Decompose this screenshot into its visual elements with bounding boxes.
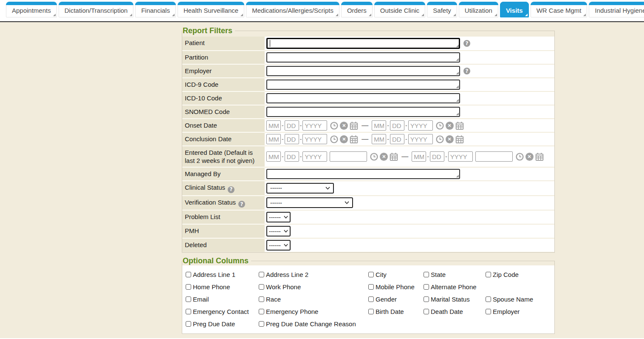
onset-end-day-input[interactable]	[390, 120, 404, 131]
time-clock-icon[interactable]	[370, 153, 378, 161]
conclusion-end-month-input[interactable]	[372, 134, 386, 144]
employer-input[interactable]	[266, 66, 460, 76]
tab-outside-clinic[interactable]: Outside Clinic	[374, 2, 426, 17]
time-clock-icon[interactable]	[516, 153, 524, 161]
optional-column-gender: Gender	[368, 294, 424, 304]
onset-end-month-input[interactable]	[372, 120, 386, 131]
checkbox-emergency-contact[interactable]	[186, 309, 191, 314]
checkbox-address-line-1[interactable]	[186, 272, 191, 277]
tab-dictation-transcription[interactable]: Dictation/Transcription	[59, 2, 134, 17]
help-icon[interactable]: ?	[238, 201, 245, 208]
conclusion-start-year-input[interactable]	[302, 134, 327, 144]
entered-start-year-input[interactable]	[302, 151, 327, 162]
tab-orders[interactable]: Orders	[341, 2, 373, 17]
entered-end-year-input[interactable]	[448, 151, 473, 162]
chevron-down-icon	[284, 216, 288, 219]
clinical-status-label: Clinical Status	[185, 184, 225, 191]
conclusion-end-year-input[interactable]	[408, 134, 433, 144]
optional-column-emergency-phone: Emergency Phone	[259, 307, 368, 316]
filter-row-icd10: ICD-10 Code	[182, 92, 554, 105]
calendar-icon[interactable]	[535, 153, 544, 161]
entered-start-month-input[interactable]	[266, 151, 281, 162]
clinical-status-select[interactable]: ------	[266, 183, 334, 194]
report-filters-fieldset: Report Filters Patient ? Partition Emplo…	[182, 26, 555, 253]
chevron-down-icon	[284, 230, 288, 233]
checkbox-mobile-phone[interactable]	[368, 284, 374, 290]
tab-dropdown-caret-icon	[421, 14, 424, 16]
conclusion-end-day-input[interactable]	[390, 134, 404, 144]
entered-end-day-input[interactable]	[430, 151, 444, 162]
onset-start-year-input[interactable]	[302, 120, 327, 131]
tab-appointments[interactable]: Appointments	[6, 2, 57, 17]
help-icon[interactable]: ?	[463, 40, 470, 47]
managed-by-input[interactable]	[266, 169, 460, 179]
checkbox-work-phone[interactable]	[259, 284, 264, 290]
calendar-icon[interactable]	[455, 122, 464, 130]
tab-medications-allergies-scripts[interactable]: Medications/Allergies/Scripts	[246, 2, 339, 17]
checkbox-birth-date[interactable]	[368, 309, 374, 314]
optional-column-state: State	[424, 270, 486, 279]
entered-start-day-input[interactable]	[285, 151, 299, 162]
clear-date-icon[interactable]: ✕	[525, 153, 534, 161]
checkbox-home-phone[interactable]	[186, 284, 191, 290]
checkbox-alternate-phone[interactable]	[424, 284, 429, 290]
tab-utilization[interactable]: Utilization	[459, 2, 498, 17]
calendar-icon[interactable]	[350, 122, 358, 130]
conclusion-start-day-input[interactable]	[285, 134, 299, 144]
time-clock-icon[interactable]	[330, 135, 338, 143]
conclusion-start-month-input[interactable]	[266, 134, 281, 144]
calendar-icon[interactable]	[455, 135, 464, 143]
checkbox-gender[interactable]	[368, 296, 374, 302]
problem-list-select[interactable]: ------	[266, 212, 291, 222]
time-clock-icon[interactable]	[436, 122, 444, 130]
entered-end-month-input[interactable]	[412, 151, 426, 162]
checkbox-state[interactable]	[424, 272, 429, 277]
snomed-code-input[interactable]	[266, 107, 460, 117]
checkbox-preg-due-date-change-reason[interactable]	[259, 321, 264, 327]
pmh-select[interactable]: ------	[266, 226, 291, 236]
help-icon[interactable]: ?	[228, 186, 234, 193]
patient-input[interactable]	[266, 38, 460, 49]
onset-start-month-input[interactable]	[266, 120, 281, 131]
entered-end-time-input[interactable]	[475, 151, 513, 162]
checkbox-address-line-2[interactable]	[259, 272, 264, 277]
checkbox-spouse-name[interactable]	[486, 296, 491, 302]
clear-date-icon[interactable]: ✕	[380, 153, 388, 161]
entered-start-time-input[interactable]	[330, 151, 367, 162]
onset-date-label: Onset Date	[182, 119, 265, 133]
checkbox-email[interactable]	[186, 296, 191, 302]
clear-date-icon[interactable]: ✕	[446, 135, 454, 143]
icd9-code-input[interactable]	[266, 80, 460, 90]
partition-input[interactable]	[266, 52, 460, 63]
clear-date-icon[interactable]: ✕	[340, 122, 348, 130]
icd10-code-input[interactable]	[266, 93, 460, 103]
calendar-icon[interactable]	[350, 135, 358, 143]
checkbox-employer[interactable]	[486, 309, 491, 314]
checkbox-death-date[interactable]	[424, 309, 429, 314]
tab-health-surveillance[interactable]: Health Surveillance	[178, 2, 244, 17]
tab-visits[interactable]: Visits	[500, 2, 529, 17]
verification-status-select[interactable]: ------	[266, 197, 353, 208]
tab-industrial-hygiene[interactable]: Industrial Hygiene	[589, 2, 644, 17]
filter-row-verification-status: Verification Status? ------	[182, 196, 554, 211]
deleted-select[interactable]: ------	[266, 240, 291, 251]
tab-wr-case-mgmt[interactable]: WR Case Mgmt	[531, 2, 588, 17]
onset-end-year-input[interactable]	[408, 120, 433, 131]
clear-date-icon[interactable]: ✕	[340, 135, 348, 143]
calendar-icon[interactable]	[390, 153, 398, 161]
checkbox-preg-due-date[interactable]	[186, 321, 191, 327]
report-filters-legend: Report Filters	[182, 26, 235, 35]
optional-column-death-date: Death Date	[424, 307, 486, 316]
checkbox-race[interactable]	[259, 296, 264, 302]
checkbox-city[interactable]	[368, 272, 374, 277]
onset-start-day-input[interactable]	[285, 120, 299, 131]
clear-date-icon[interactable]: ✕	[446, 122, 454, 130]
tab-financials[interactable]: Financials	[135, 2, 176, 17]
tab-safety[interactable]: Safety	[427, 2, 457, 17]
checkbox-emergency-phone[interactable]	[259, 309, 264, 314]
checkbox-zip-code[interactable]	[486, 272, 491, 277]
time-clock-icon[interactable]	[436, 135, 444, 143]
checkbox-marital-status[interactable]	[424, 296, 429, 302]
help-icon[interactable]: ?	[463, 68, 470, 74]
time-clock-icon[interactable]	[330, 122, 338, 130]
